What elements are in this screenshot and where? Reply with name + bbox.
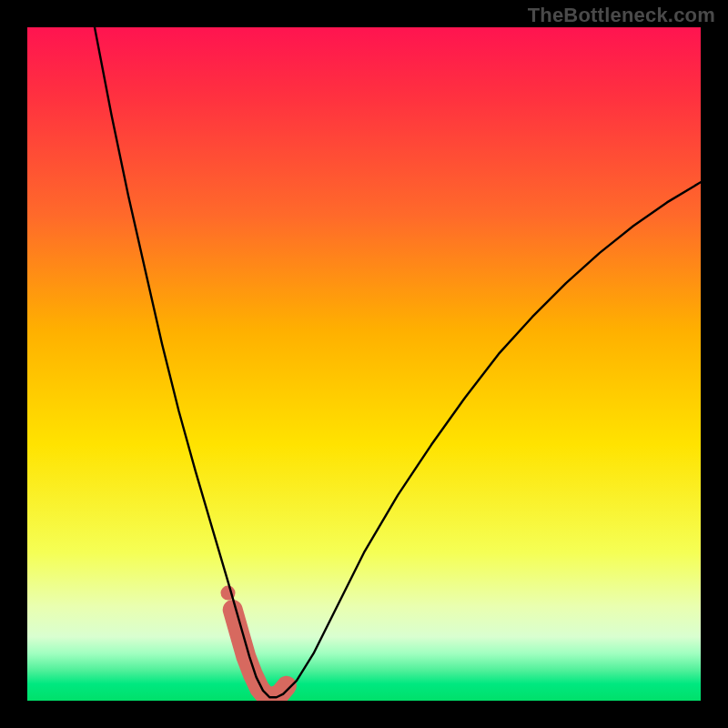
chart-frame: TheBottleneck.com <box>0 0 728 728</box>
plot-area <box>27 27 701 701</box>
watermark-text: TheBottleneck.com <box>528 4 715 27</box>
chart-svg <box>27 27 701 701</box>
svg-rect-0 <box>27 27 701 701</box>
